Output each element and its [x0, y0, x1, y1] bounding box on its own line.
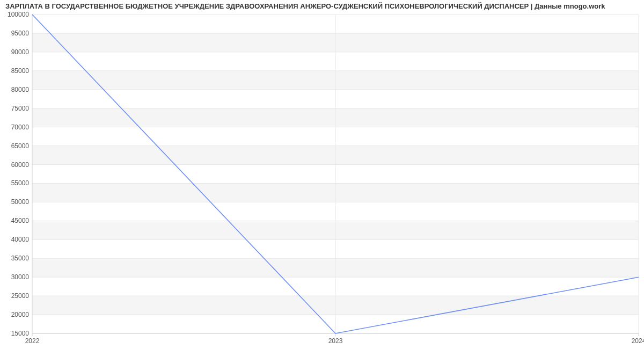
- y-tick-label: 100000: [8, 11, 29, 18]
- x-tick-label: 2024: [632, 337, 644, 345]
- y-tick-label: 70000: [11, 123, 30, 131]
- y-tick-label: 75000: [11, 105, 30, 112]
- y-tick-label: 20000: [11, 311, 30, 318]
- y-tick-label: 45000: [11, 217, 30, 224]
- y-tick-label: 35000: [11, 255, 30, 262]
- y-tick-label: 60000: [11, 161, 30, 169]
- y-tick-label: 95000: [11, 30, 30, 37]
- x-tick-label: 2023: [328, 337, 343, 345]
- y-tick-label: 30000: [11, 273, 30, 281]
- y-tick-label: 55000: [11, 179, 30, 187]
- x-tick-label: 2022: [25, 337, 40, 345]
- y-tick-label: 50000: [11, 198, 30, 206]
- y-tick-label: 40000: [11, 236, 30, 243]
- y-tick-label: 85000: [11, 67, 30, 75]
- line-chart: 1500020000250003000035000400004500050000…: [0, 10, 644, 348]
- chart-container: 1500020000250003000035000400004500050000…: [0, 10, 644, 348]
- chart-title: ЗАРПЛАТА В ГОСУДАРСТВЕННОЕ БЮДЖЕТНОЕ УЧР…: [0, 0, 644, 10]
- y-tick-label: 65000: [11, 142, 30, 150]
- y-tick-label: 25000: [11, 292, 30, 300]
- y-tick-label: 15000: [11, 330, 30, 337]
- y-tick-label: 90000: [11, 48, 30, 56]
- y-tick-label: 80000: [11, 86, 30, 93]
